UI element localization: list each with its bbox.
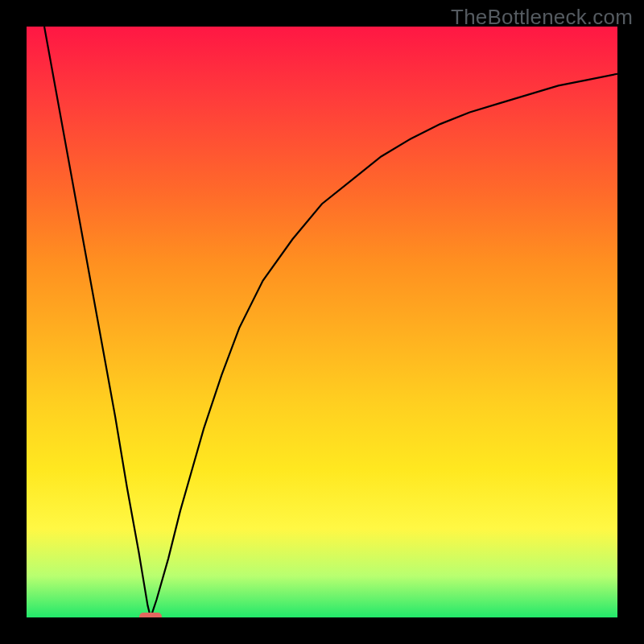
bottleneck-curve <box>27 27 617 617</box>
frame-border-bottom <box>0 617 644 644</box>
curve-left-branch <box>44 27 151 617</box>
chart-frame: TheBottleneck.com <box>0 0 644 644</box>
curve-right-branch <box>151 74 617 617</box>
frame-border-left <box>0 0 27 644</box>
frame-border-right <box>617 0 644 644</box>
watermark-text: TheBottleneck.com <box>451 5 633 30</box>
